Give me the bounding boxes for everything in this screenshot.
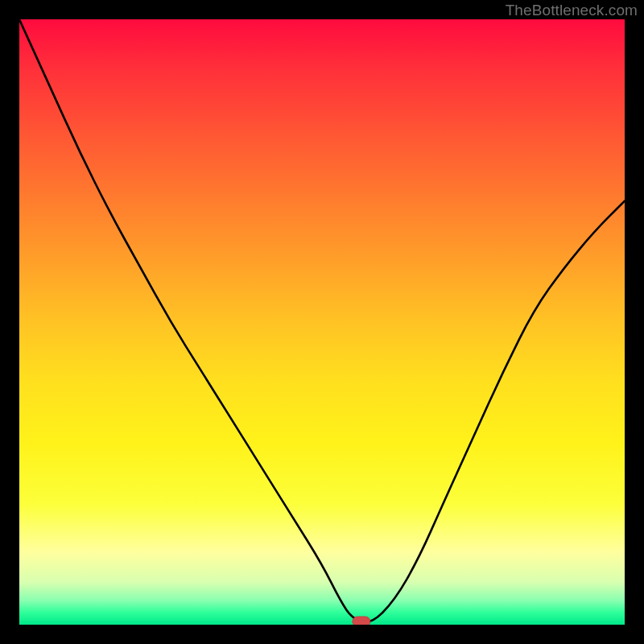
plot-area: [19, 19, 625, 625]
bottleneck-marker: [353, 617, 370, 625]
chart-frame: TheBottleneck.com: [0, 0, 644, 644]
bottleneck-curve: [19, 19, 625, 622]
curve-layer: [19, 19, 625, 625]
watermark-text: TheBottleneck.com: [506, 2, 638, 19]
